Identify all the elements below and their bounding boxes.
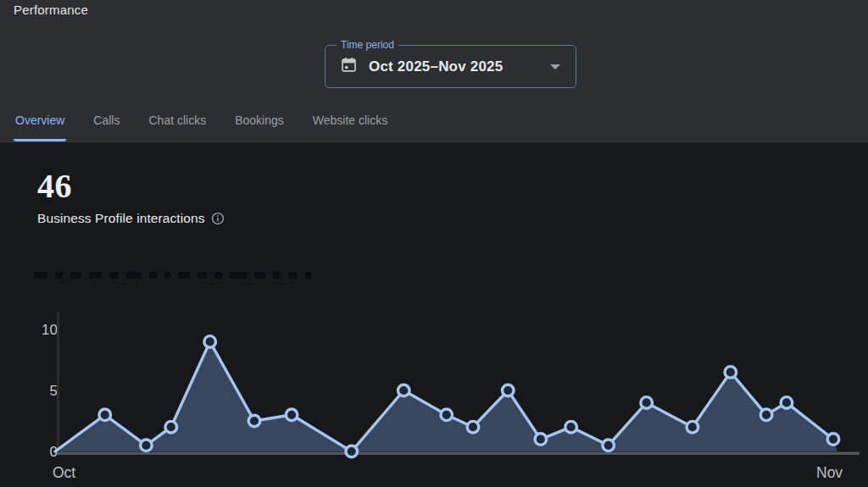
tab-chat-clicks[interactable]: Chat clicks bbox=[147, 108, 208, 141]
info-icon[interactable] bbox=[211, 212, 225, 225]
tab-website-clicks[interactable]: Website clicks bbox=[311, 108, 389, 141]
performance-page: Performance Time period Oct 2025–Nov 202… bbox=[0, 0, 868, 487]
tab-calls[interactable]: Calls bbox=[92, 108, 121, 141]
time-period-select[interactable]: Time period Oct 2025–Nov 2025 bbox=[325, 45, 576, 88]
time-period-label: Time period bbox=[337, 39, 398, 51]
interactions-area-chart[interactable] bbox=[0, 309, 868, 487]
chevron-down-icon bbox=[550, 64, 560, 69]
header: Performance Time period Oct 2025–Nov 202… bbox=[0, 0, 868, 142]
calendar-icon bbox=[340, 56, 358, 77]
tab-bar: Overview Calls Chat clicks Bookings Webs… bbox=[14, 108, 389, 141]
metric-label: Business Profile interactions bbox=[37, 211, 205, 226]
metric-value: 46 bbox=[37, 166, 72, 206]
tab-overview[interactable]: Overview bbox=[14, 108, 66, 141]
time-period-value: Oct 2025–Nov 2025 bbox=[369, 58, 503, 75]
page-title: Performance bbox=[14, 3, 88, 17]
tab-bookings[interactable]: Bookings bbox=[233, 108, 286, 141]
metric-row: Business Profile interactions bbox=[37, 211, 225, 226]
redacted-text-row bbox=[34, 271, 332, 279]
